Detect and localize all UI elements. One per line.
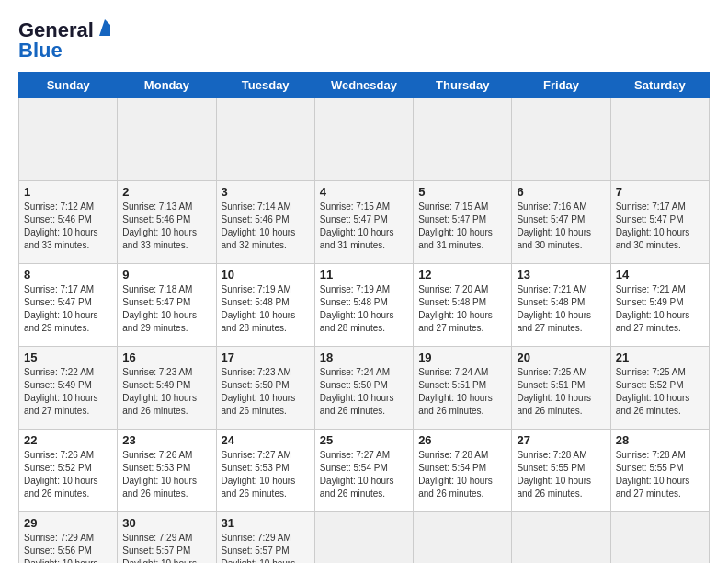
cell-content: Sunrise: 7:19 AMSunset: 5:48 PMDaylight:… [320, 283, 408, 335]
calendar-cell: 28Sunrise: 7:28 AMSunset: 5:55 PMDayligh… [610, 430, 709, 512]
calendar-cell [610, 98, 709, 181]
calendar-cell: 22Sunrise: 7:26 AMSunset: 5:52 PMDayligh… [19, 430, 118, 512]
calendar-cell: 1Sunrise: 7:12 AMSunset: 5:46 PMDaylight… [19, 181, 118, 264]
day-number: 24 [222, 433, 310, 447]
cell-content: Sunrise: 7:28 AMSunset: 5:54 PMDaylight:… [418, 449, 506, 500]
calendar-cell: 15Sunrise: 7:22 AMSunset: 5:49 PMDayligh… [19, 347, 118, 430]
day-number: 3 [222, 185, 310, 199]
day-number: 11 [320, 268, 408, 282]
calendar-cell: 13Sunrise: 7:21 AMSunset: 5:48 PMDayligh… [512, 264, 610, 347]
calendar-cell [118, 98, 216, 181]
calendar-cell: 31Sunrise: 7:29 AMSunset: 5:57 PMDayligh… [216, 512, 314, 564]
calendar-cell [216, 98, 314, 181]
day-number: 22 [24, 433, 112, 447]
cell-content: Sunrise: 7:20 AMSunset: 5:48 PMDaylight:… [418, 283, 506, 335]
cell-content: Sunrise: 7:13 AMSunset: 5:46 PMDaylight:… [122, 201, 210, 252]
day-number: 21 [616, 350, 704, 364]
calendar-cell [414, 512, 512, 564]
calendar-cell: 21Sunrise: 7:25 AMSunset: 5:52 PMDayligh… [610, 347, 709, 430]
cell-content: Sunrise: 7:17 AMSunset: 5:47 PMDaylight:… [24, 283, 112, 335]
cell-content: Sunrise: 7:19 AMSunset: 5:48 PMDaylight:… [222, 283, 310, 335]
cell-content: Sunrise: 7:16 AMSunset: 5:47 PMDaylight:… [517, 201, 605, 252]
calendar-cell: 23Sunrise: 7:26 AMSunset: 5:53 PMDayligh… [118, 430, 216, 512]
calendar-cell [314, 512, 413, 564]
cell-content: Sunrise: 7:15 AMSunset: 5:47 PMDaylight:… [418, 201, 506, 252]
day-number: 12 [418, 268, 506, 282]
cell-content: Sunrise: 7:26 AMSunset: 5:52 PMDaylight:… [24, 449, 112, 500]
calendar-cell: 4Sunrise: 7:15 AMSunset: 5:47 PMDaylight… [314, 181, 413, 264]
calendar-cell: 24Sunrise: 7:27 AMSunset: 5:53 PMDayligh… [216, 430, 314, 512]
calendar-cell: 9Sunrise: 7:18 AMSunset: 5:47 PMDaylight… [118, 264, 216, 347]
calendar-week-2: 8Sunrise: 7:17 AMSunset: 5:47 PMDaylight… [19, 264, 710, 347]
calendar-cell: 20Sunrise: 7:25 AMSunset: 5:51 PMDayligh… [512, 347, 610, 430]
day-header-sunday: Sunday [19, 73, 118, 98]
calendar-cell: 12Sunrise: 7:20 AMSunset: 5:48 PMDayligh… [414, 264, 512, 347]
cell-content: Sunrise: 7:28 AMSunset: 5:55 PMDaylight:… [616, 449, 704, 500]
calendar-cell: 19Sunrise: 7:24 AMSunset: 5:51 PMDayligh… [414, 347, 512, 430]
cell-content: Sunrise: 7:25 AMSunset: 5:52 PMDaylight:… [616, 366, 704, 418]
cell-content: Sunrise: 7:18 AMSunset: 5:47 PMDaylight:… [122, 283, 210, 335]
cell-content: Sunrise: 7:21 AMSunset: 5:48 PMDaylight:… [517, 283, 605, 335]
cell-content: Sunrise: 7:27 AMSunset: 5:54 PMDaylight:… [320, 449, 408, 500]
day-header-saturday: Saturday [610, 73, 709, 98]
cell-content: Sunrise: 7:14 AMSunset: 5:46 PMDaylight:… [222, 201, 310, 252]
calendar-cell: 14Sunrise: 7:21 AMSunset: 5:49 PMDayligh… [610, 264, 709, 347]
calendar-cell: 8Sunrise: 7:17 AMSunset: 5:47 PMDaylight… [19, 264, 118, 347]
day-number: 26 [418, 433, 506, 447]
logo-blue: Blue [18, 39, 63, 63]
day-number: 5 [418, 185, 506, 199]
calendar-cell: 7Sunrise: 7:17 AMSunset: 5:47 PMDaylight… [610, 181, 709, 264]
calendar-cell: 17Sunrise: 7:23 AMSunset: 5:50 PMDayligh… [216, 347, 314, 430]
calendar-cell: 25Sunrise: 7:27 AMSunset: 5:54 PMDayligh… [314, 430, 413, 512]
calendar-cell: 3Sunrise: 7:14 AMSunset: 5:46 PMDaylight… [216, 181, 314, 264]
cell-content: Sunrise: 7:24 AMSunset: 5:51 PMDaylight:… [418, 366, 506, 418]
calendar-cell: 30Sunrise: 7:29 AMSunset: 5:57 PMDayligh… [118, 512, 216, 564]
day-number: 19 [418, 350, 506, 364]
calendar-week-0 [19, 98, 710, 181]
svg-marker-0 [99, 19, 110, 36]
cell-content: Sunrise: 7:22 AMSunset: 5:49 PMDaylight:… [24, 366, 112, 418]
day-number: 23 [122, 433, 210, 447]
day-number: 8 [24, 268, 112, 282]
calendar-header-row: SundayMondayTuesdayWednesdayThursdayFrid… [19, 73, 710, 98]
calendar-table: SundayMondayTuesdayWednesdayThursdayFrid… [18, 72, 710, 563]
calendar-cell: 6Sunrise: 7:16 AMSunset: 5:47 PMDaylight… [512, 181, 610, 264]
calendar-week-3: 15Sunrise: 7:22 AMSunset: 5:49 PMDayligh… [19, 347, 710, 430]
day-header-monday: Monday [118, 73, 216, 98]
day-number: 29 [24, 516, 112, 530]
day-number: 2 [122, 185, 210, 199]
day-number: 10 [222, 268, 310, 282]
day-header-friday: Friday [512, 73, 610, 98]
logo-arrow-icon [96, 19, 114, 38]
cell-content: Sunrise: 7:15 AMSunset: 5:47 PMDaylight:… [320, 201, 408, 252]
cell-content: Sunrise: 7:24 AMSunset: 5:50 PMDaylight:… [320, 366, 408, 418]
day-number: 28 [616, 433, 704, 447]
day-number: 18 [320, 350, 408, 364]
day-number: 27 [517, 433, 605, 447]
calendar-cell: 29Sunrise: 7:29 AMSunset: 5:56 PMDayligh… [19, 512, 118, 564]
day-number: 16 [122, 350, 210, 364]
calendar-week-5: 29Sunrise: 7:29 AMSunset: 5:56 PMDayligh… [19, 512, 710, 564]
day-number: 31 [222, 516, 310, 530]
calendar-cell: 5Sunrise: 7:15 AMSunset: 5:47 PMDaylight… [414, 181, 512, 264]
cell-content: Sunrise: 7:29 AMSunset: 5:56 PMDaylight:… [24, 532, 112, 563]
cell-content: Sunrise: 7:17 AMSunset: 5:47 PMDaylight:… [616, 201, 704, 252]
cell-content: Sunrise: 7:12 AMSunset: 5:46 PMDaylight:… [24, 201, 112, 252]
day-header-tuesday: Tuesday [216, 73, 314, 98]
day-number: 25 [320, 433, 408, 447]
day-number: 13 [517, 268, 605, 282]
cell-content: Sunrise: 7:23 AMSunset: 5:49 PMDaylight:… [122, 366, 210, 418]
day-header-wednesday: Wednesday [314, 73, 413, 98]
cell-content: Sunrise: 7:23 AMSunset: 5:50 PMDaylight:… [222, 366, 310, 418]
day-number: 14 [616, 268, 704, 282]
page-header: General Blue [18, 18, 710, 63]
cell-content: Sunrise: 7:29 AMSunset: 5:57 PMDaylight:… [122, 532, 210, 563]
calendar-cell: 2Sunrise: 7:13 AMSunset: 5:46 PMDaylight… [118, 181, 216, 264]
calendar-cell: 18Sunrise: 7:24 AMSunset: 5:50 PMDayligh… [314, 347, 413, 430]
day-number: 20 [517, 350, 605, 364]
calendar-cell [610, 512, 709, 564]
calendar-cell: 27Sunrise: 7:28 AMSunset: 5:55 PMDayligh… [512, 430, 610, 512]
calendar-cell [19, 98, 118, 181]
day-number: 9 [122, 268, 210, 282]
calendar-cell: 26Sunrise: 7:28 AMSunset: 5:54 PMDayligh… [414, 430, 512, 512]
